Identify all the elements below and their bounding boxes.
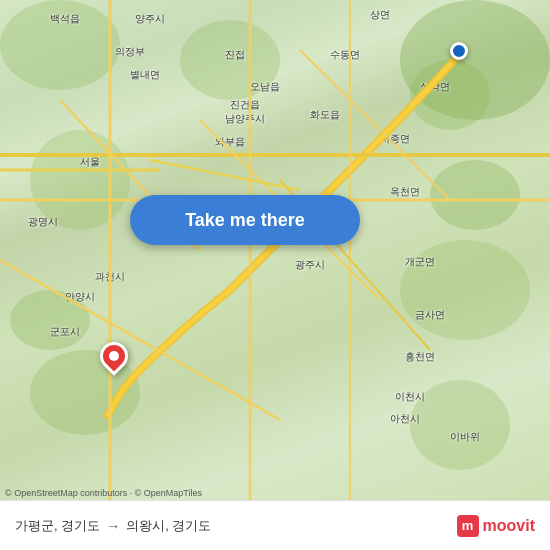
city-label: 양주시	[135, 12, 165, 26]
moovit-text: moovit	[483, 517, 535, 535]
city-label: 흥천면	[405, 350, 435, 364]
map-container: 백석읍양주시상면의정부수동면진접별내면오남읍설악면진건읍남양주시화도읍와부읍서종…	[0, 0, 550, 500]
city-label: 광명시	[28, 215, 58, 229]
city-label: 진접	[225, 48, 245, 62]
city-label: 백석읍	[50, 12, 80, 26]
city-label: 설악면	[420, 80, 450, 94]
city-label: 과천시	[95, 270, 125, 284]
city-label: 이천시	[395, 390, 425, 404]
route-to: 의왕시, 경기도	[126, 517, 211, 535]
city-label: 와부읍	[215, 135, 245, 149]
take-me-there-button[interactable]: Take me there	[130, 195, 360, 245]
city-label: 군포시	[50, 325, 80, 339]
city-label: 의정부	[115, 45, 145, 59]
city-label: 화도읍	[310, 108, 340, 122]
city-label: 별내면	[130, 68, 160, 82]
city-label: 개군면	[405, 255, 435, 269]
moovit-icon: m	[457, 515, 479, 537]
bottom-bar: 가평군, 경기도 → 의왕시, 경기도 m moovit	[0, 500, 550, 550]
city-label: 아천시	[390, 412, 420, 426]
city-label: 옥천면	[390, 185, 420, 199]
city-label: 금사면	[415, 308, 445, 322]
city-label: 수동면	[330, 48, 360, 62]
map-attribution: © OpenStreetMap contributors · © OpenMap…	[5, 488, 202, 498]
route-arrow: →	[106, 518, 120, 534]
city-label: 광주시	[295, 258, 325, 272]
city-label: 진건읍	[230, 98, 260, 112]
route-text: 가평군, 경기도 → 의왕시, 경기도	[15, 517, 457, 535]
route-from: 가평군, 경기도	[15, 517, 100, 535]
city-label: 이바위	[450, 430, 480, 444]
city-label: 오남읍	[250, 80, 280, 94]
destination-marker	[100, 342, 128, 370]
city-label: 서울	[80, 155, 100, 169]
city-label: 상면	[370, 8, 390, 22]
moovit-logo: m moovit	[457, 515, 535, 537]
city-label: 안양시	[65, 290, 95, 304]
city-label: 남양주시	[225, 112, 265, 126]
origin-marker	[450, 42, 468, 60]
city-label: 서종면	[380, 132, 410, 146]
